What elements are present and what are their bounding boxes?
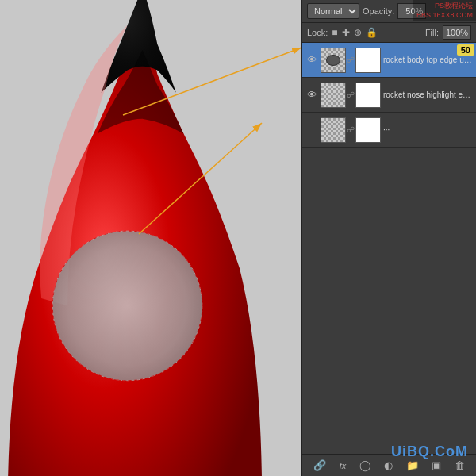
thumb-shape-1 <box>326 55 340 66</box>
visibility-icon-1[interactable]: 👁 <box>305 54 318 67</box>
photoshop-panel: Normal Opacity: Lock: ■ ✚ ⊕ 🔒 Fill: 👁 ☍ … <box>301 0 476 476</box>
delete-icon[interactable]: 🗑 <box>455 459 465 471</box>
new-layer-icon[interactable]: ▣ <box>432 459 441 471</box>
layer-chain-icon-3: ☍ <box>347 117 355 143</box>
lock-label: Lock: <box>307 28 328 37</box>
layer-name-1: rocket body top edge up shadow <box>383 56 473 64</box>
layer-thumbs-3: ☍ <box>321 117 381 143</box>
lock-fill-bar: Lock: ■ ✚ ⊕ 🔒 Fill: <box>302 23 476 43</box>
layer-name-2: rocket nose highlight edge dn <box>383 90 473 99</box>
rocket-illustration <box>0 0 294 476</box>
layer-thumbs-1: ☍ <box>321 48 381 73</box>
lock-move-icon[interactable]: ⊕ <box>354 27 362 38</box>
layer-chain-icon-2: ☍ <box>347 83 355 108</box>
layer-chain-icon-1: ☍ <box>347 48 355 73</box>
lock-position-icon[interactable]: ✚ <box>342 27 350 38</box>
lock-all-icon[interactable]: 🔒 <box>366 27 378 38</box>
layers-panel: 👁 ☍ rocket body top edge up shadow 50 👁 … <box>302 43 476 148</box>
fill-input[interactable] <box>443 25 471 40</box>
visibility-icon-2[interactable]: 👁 <box>305 89 318 102</box>
folder-icon[interactable]: 📁 <box>406 459 419 471</box>
link-icon[interactable]: 🔗 <box>313 459 326 471</box>
blend-mode-select[interactable]: Normal <box>307 3 359 19</box>
layer-row-2[interactable]: 👁 ☍ rocket nose highlight edge dn <box>302 78 476 113</box>
layer-mask-thumb-3 <box>355 117 381 143</box>
layer-thumb-content-1 <box>321 48 346 73</box>
opacity-label: Opacity: <box>363 6 394 16</box>
layer-name-3: ··· <box>383 125 473 134</box>
opacity-badge: 50 <box>457 44 474 56</box>
layer-thumb-content-3 <box>321 117 346 143</box>
layer-row-1[interactable]: 👁 ☍ rocket body top edge up shadow 50 <box>302 43 476 78</box>
mask-icon[interactable]: ◯ <box>359 459 371 471</box>
fx-icon[interactable]: fx <box>340 461 347 470</box>
adjustment-icon[interactable]: ◐ <box>384 459 393 471</box>
cn-text-line1: PS教程论坛 <box>435 2 473 10</box>
fill-label: Fill: <box>425 28 439 37</box>
svg-point-0 <box>52 231 202 381</box>
cn-watermark: PS教程论坛 BBS.16XX8.COM <box>413 0 476 21</box>
cn-text-line2: BBS.16XX8.COM <box>416 11 473 19</box>
layer-mask-thumb-1 <box>355 48 381 73</box>
layer-thumbs-2: ☍ <box>321 83 381 108</box>
rocket-canvas <box>0 0 294 476</box>
lock-pixels-icon[interactable]: ■ <box>332 27 337 38</box>
layer-thumb-content-2 <box>321 83 346 108</box>
watermark: UiBQ.CoM <box>391 443 468 460</box>
layer-row-3[interactable]: 👁 ☍ ··· <box>302 113 476 148</box>
layer-mask-thumb-2 <box>355 83 381 108</box>
